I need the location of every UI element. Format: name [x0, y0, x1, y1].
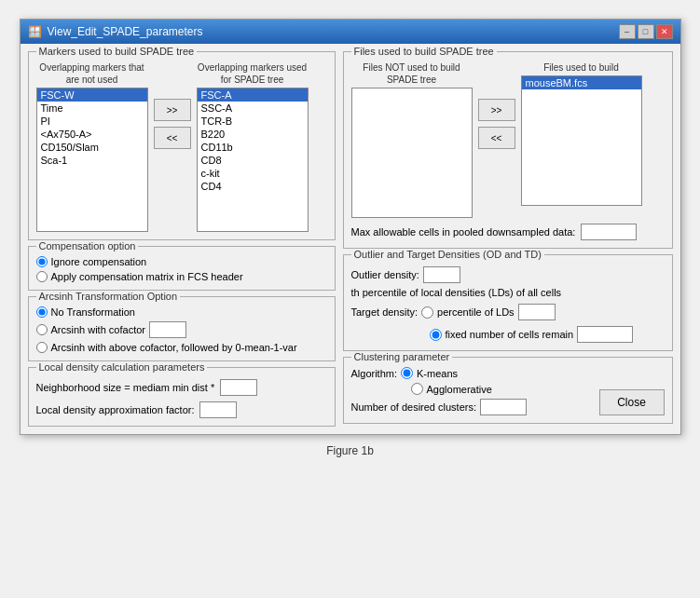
list-item[interactable]: B220	[198, 128, 308, 141]
list-item[interactable]: mouseBM.fcs	[522, 76, 641, 89]
approx-input[interactable]: 1.5	[199, 401, 237, 418]
arcsinh-option3-label: Arcsinh with above cofactor, followed by…	[51, 342, 297, 353]
files-used-col: Files used to build mouseBM.fcs	[521, 61, 642, 206]
list-item[interactable]: PI	[37, 115, 147, 128]
algorithm-radio2[interactable]	[411, 383, 423, 395]
arcsinh-option2-row: Arcsinh with cofactor 5	[36, 321, 327, 338]
close-button[interactable]: Close	[599, 389, 665, 415]
list-item[interactable]: Sca-1	[37, 154, 147, 167]
neighborhood-row: Neighborhood size = mediam min dist * 5	[36, 379, 327, 396]
files-move-left-button[interactable]: <<	[478, 127, 515, 149]
list-item[interactable]: CD4	[198, 180, 308, 193]
close-window-button[interactable]: ✕	[656, 24, 673, 39]
algorithm-option1-label: K-means	[417, 368, 458, 379]
files-used-label: Files used to build	[521, 61, 642, 74]
compensation-option1-row: Ignore compensation	[36, 256, 327, 267]
list-item[interactable]: SSC-A	[198, 102, 308, 115]
target-label: Target density:	[351, 306, 419, 318]
outlier-input[interactable]: 1	[423, 266, 460, 283]
main-content: Markers used to build SPADE tree Overlap…	[21, 44, 680, 434]
compensation-radio1[interactable]	[36, 256, 48, 267]
main-window: 🪟 View_Edit_SPADE_parameters – □ ✕ Marke…	[20, 19, 681, 435]
figure-caption: Figure 1b	[326, 444, 374, 457]
move-right-button[interactable]: >>	[154, 99, 191, 121]
titlebar-left: 🪟 View_Edit_SPADE_parameters	[28, 25, 203, 38]
max-cells-input[interactable]: 50000	[581, 224, 637, 240]
minimize-button[interactable]: –	[619, 24, 636, 39]
files-group: Files used to build SPADE tree Files NOT…	[343, 51, 673, 249]
list-item[interactable]: CD150/Slam	[37, 141, 147, 154]
clustering-left: Algorithm: K-means Agglomerative Number …	[351, 363, 528, 415]
compensation-option2-row: Apply compensation matrix in FCS header	[36, 271, 327, 282]
files-not-used-col: Files NOT used to build SPADE tree	[351, 61, 473, 218]
outlier-group: Outlier and Target Densities (OD and TD)…	[343, 254, 673, 351]
left-panel: Markers used to build SPADE tree Overlap…	[28, 51, 336, 427]
cofactor-input[interactable]: 5	[149, 321, 186, 338]
window-icon: 🪟	[28, 25, 42, 38]
files-row: Files NOT used to build SPADE tree >> <<…	[351, 61, 665, 218]
clusters-input[interactable]: 100	[480, 399, 527, 415]
compensation-option2-label: Apply compensation matrix in FCS header	[51, 271, 243, 282]
compensation-group: Compensation option Ignore compensation …	[28, 246, 336, 291]
used-label: Overlapping markers used for SPADE tree	[197, 61, 309, 86]
maximize-button[interactable]: □	[638, 24, 654, 39]
files-used-listbox[interactable]: mouseBM.fcs	[521, 75, 642, 206]
titlebar-buttons: – □ ✕	[619, 24, 673, 39]
target-radio1[interactable]	[421, 306, 433, 319]
files-not-used-listbox[interactable]	[351, 88, 473, 218]
neighborhood-input[interactable]: 5	[220, 379, 257, 396]
arcsinh-options: No Transformation Arcsinh with cofactor …	[36, 306, 327, 353]
files-move-right-button[interactable]: >>	[478, 99, 515, 121]
compensation-title: Compensation option	[36, 240, 139, 251]
target-option2-input[interactable]: 50000	[577, 326, 633, 343]
local-density-title: Local density calculation parameters	[36, 361, 208, 373]
max-cells-row: Max allowable cells in pooled downsample…	[351, 224, 665, 240]
list-item[interactable]: <Ax750-A>	[37, 128, 147, 141]
arcsinh-radio1[interactable]	[36, 306, 48, 318]
arcsinh-option1-row: No Transformation	[36, 306, 327, 318]
markers-group: Markers used to build SPADE tree Overlap…	[28, 51, 336, 240]
approx-row: Local density approximation factor: 1.5	[36, 401, 327, 418]
clustering-group: Clustering parameter Algorithm: K-means …	[343, 357, 673, 424]
arcsinh-radio2[interactable]	[36, 324, 48, 335]
compensation-radio2[interactable]	[36, 271, 48, 282]
files-arrow-col: >> <<	[478, 99, 515, 149]
arcsinh-option1-label: No Transformation	[51, 306, 135, 318]
target-row1: Target density: percentile of LDs 3	[351, 304, 665, 320]
target-radio2[interactable]	[430, 329, 442, 341]
list-item[interactable]: c-kit	[198, 167, 308, 180]
not-used-col: Overlapping markers that are not used FS…	[36, 61, 148, 232]
target-option1-input[interactable]: 3	[518, 304, 556, 320]
target-option1-label: percentile of LDs	[437, 306, 515, 318]
local-density-group: Local density calculation parameters Nei…	[28, 367, 336, 427]
clusters-label: Number of desired clusters:	[351, 401, 477, 413]
arcsinh-title: Arcsinh Transformation Option	[36, 291, 181, 302]
markers-row: Overlapping markers that are not used FS…	[36, 61, 327, 232]
arcsinh-radio3[interactable]	[36, 342, 48, 353]
outlier-title: Outlier and Target Densities (OD and TD)	[351, 249, 544, 260]
compensation-option1-label: Ignore compensation	[51, 256, 147, 267]
approx-label: Local density approximation factor:	[36, 404, 195, 415]
list-item[interactable]: FSC-W	[37, 88, 147, 102]
max-cells-label: Max allowable cells in pooled downsample…	[351, 226, 576, 238]
not-used-listbox[interactable]: FSC-W Time PI <Ax750-A> CD150/Slam Sca-1	[36, 88, 148, 232]
files-not-used-label: Files NOT used to build SPADE tree	[351, 61, 473, 86]
list-item[interactable]: Time	[37, 102, 147, 115]
list-item[interactable]: CD8	[198, 154, 308, 167]
algorithm-radio1[interactable]	[401, 367, 413, 379]
outlier-row: Outlier density: 1 th percentile of loca…	[351, 266, 665, 298]
files-group-title: Files used to build SPADE tree	[351, 46, 497, 57]
compensation-options: Ignore compensation Apply compensation m…	[36, 256, 327, 282]
list-item[interactable]: CD11b	[198, 141, 308, 154]
markers-arrow-col: >> <<	[154, 99, 191, 149]
right-panel: Files used to build SPADE tree Files NOT…	[343, 51, 673, 427]
clusters-row: Number of desired clusters: 100	[351, 399, 528, 415]
list-item[interactable]: TCR-B	[198, 115, 308, 128]
list-item[interactable]: FSC-A	[198, 88, 308, 102]
used-listbox[interactable]: FSC-A SSC-A TCR-B B220 CD11b CD8 c-kit C…	[197, 88, 309, 232]
algorithm-option2-label: Agglomerative	[427, 384, 492, 395]
target-row2: fixed number of cells remain 50000	[351, 326, 665, 343]
move-left-button[interactable]: <<	[154, 127, 191, 149]
algorithm-row: Algorithm: K-means	[351, 367, 528, 379]
target-option2-label: fixed number of cells remain	[446, 329, 574, 340]
